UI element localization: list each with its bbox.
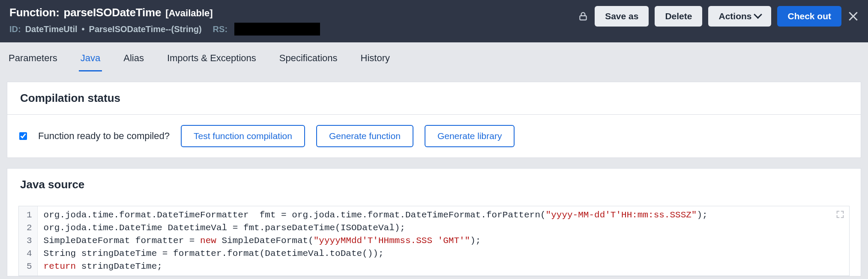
test-compilation-button[interactable]: Test function compilation <box>181 125 305 147</box>
id-method: ParseISODateTime--(String) <box>89 24 202 34</box>
availability-status: [Available] <box>165 8 213 19</box>
line-number: 5 <box>27 260 32 273</box>
title-row: Function: parseISODateTime [Available] <box>9 6 320 19</box>
close-icon[interactable] <box>847 11 859 22</box>
compilation-heading: Compilation status <box>7 82 861 115</box>
id-row: ID: DateTimeUtil • ParseISODateTime--(St… <box>9 23 320 36</box>
tab-java[interactable]: Java <box>79 50 102 71</box>
tab-parameters[interactable]: Parameters <box>7 50 59 71</box>
code-editor[interactable]: 12345 org.joda.time.format.DateTimeForma… <box>18 206 850 276</box>
header-left: Function: parseISODateTime [Available] I… <box>9 6 320 36</box>
compilation-body: Function ready to be compiled? Test func… <box>7 115 861 157</box>
delete-button[interactable]: Delete <box>655 6 702 27</box>
id-separator: • <box>82 24 85 34</box>
generate-function-button[interactable]: Generate function <box>316 125 413 147</box>
rs-value-redacted <box>234 23 320 36</box>
check-out-button[interactable]: Check out <box>777 6 841 27</box>
chevron-down-icon <box>754 10 763 19</box>
tab-alias[interactable]: Alias <box>122 50 146 71</box>
code-line[interactable]: return stringDateTime; <box>44 260 843 273</box>
code-line[interactable]: SimpleDateFormat formatter = new SimpleD… <box>44 234 843 247</box>
lock-icon <box>578 11 589 22</box>
svg-rect-0 <box>580 16 587 20</box>
save-as-button[interactable]: Save as <box>595 6 649 27</box>
function-name: parseISODateTime <box>64 6 162 19</box>
title-prefix: Function: <box>9 6 60 19</box>
rs-label: RS: <box>213 24 227 34</box>
actions-dropdown[interactable]: Actions <box>708 6 771 27</box>
ready-checkbox-label: Function ready to be compiled? <box>38 131 170 142</box>
line-number: 3 <box>27 234 32 247</box>
code-line[interactable]: org.joda.time.format.DateTimeFormatter f… <box>44 209 843 222</box>
page-header: Function: parseISODateTime [Available] I… <box>0 0 868 42</box>
id-label: ID: <box>9 24 21 34</box>
id-class: DateTimeUtil <box>25 24 78 34</box>
java-source-panel: Java source 12345 org.joda.time.format.D… <box>7 168 861 276</box>
expand-icon[interactable] <box>835 210 845 219</box>
line-number: 2 <box>27 222 32 234</box>
java-source-heading: Java source <box>7 169 861 194</box>
generate-library-button[interactable]: Generate library <box>425 125 515 147</box>
tab-specifications[interactable]: Specifications <box>278 50 339 71</box>
tab-imports-exceptions[interactable]: Imports & Exceptions <box>165 50 258 71</box>
line-number: 1 <box>27 209 32 222</box>
line-number: 4 <box>27 247 32 260</box>
code-body[interactable]: org.joda.time.format.DateTimeFormatter f… <box>38 206 849 276</box>
tab-bar: ParametersJavaAliasImports & ExceptionsS… <box>0 42 868 71</box>
ready-checkbox[interactable] <box>19 132 27 140</box>
compilation-panel: Compilation status Function ready to be … <box>7 82 861 158</box>
code-line[interactable]: String stringDateTime = formatter.format… <box>44 247 843 260</box>
code-line[interactable]: org.joda.time.DateTime DatetimeVal = fmt… <box>44 222 843 234</box>
line-gutter: 12345 <box>19 206 38 276</box>
header-actions: Save as Delete Actions Check out <box>578 6 859 27</box>
actions-label: Actions <box>718 11 751 21</box>
tab-history[interactable]: History <box>359 50 392 71</box>
